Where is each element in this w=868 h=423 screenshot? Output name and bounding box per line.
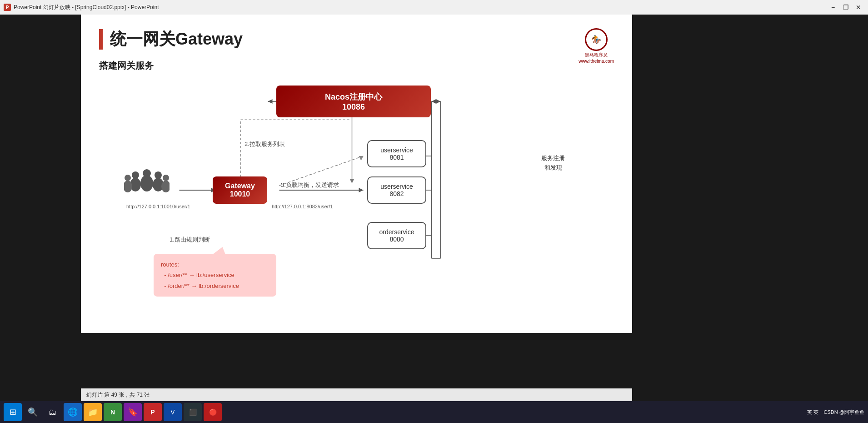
service-reg-label: 服务注册 和发现 xyxy=(449,154,657,173)
logo-area: 🏇 黑马程序员 www.itheima.com xyxy=(579,28,614,64)
slide-container: 统一网关Gateway 🏇 黑马程序员 www.itheima.com 搭建网关… xyxy=(81,15,632,333)
left-panel xyxy=(0,15,81,401)
svg-marker-1 xyxy=(350,179,354,183)
right-panel xyxy=(632,15,868,401)
userservice-8082-box: userservice 8082 xyxy=(367,176,426,204)
vscode-app[interactable]: V xyxy=(164,403,182,421)
search-button[interactable]: 🔍 xyxy=(24,403,42,421)
nacos-box: Nacos注册中心 10086 xyxy=(276,86,431,117)
slide-subtitle: 搭建网关服务 xyxy=(99,60,614,72)
red-bar-accent xyxy=(99,29,103,50)
start-button[interactable]: ⊞ xyxy=(4,403,22,421)
minimize-button[interactable]: − xyxy=(827,1,839,13)
url-right-label: http://127.0.0.1:8082/user/1 xyxy=(272,204,333,209)
svg-marker-5 xyxy=(359,156,364,161)
userservice-8081-box: userservice 8081 xyxy=(367,140,426,167)
gateway-box: Gateway 10010 xyxy=(213,176,267,204)
slide-info: 幻灯片 第 49 张，共 71 张 xyxy=(86,391,150,399)
task-view-button[interactable]: 🗂 xyxy=(44,403,62,421)
window-title: PowerPoint 幻灯片放映 - [SpringCloud02.pptx] … xyxy=(14,4,827,11)
svg-point-26 xyxy=(155,171,162,179)
svg-marker-18 xyxy=(432,99,436,104)
logo-circle: 🏇 xyxy=(585,28,608,51)
svg-marker-11 xyxy=(436,99,441,104)
step3-label: 3.负载均衡，发送请求 xyxy=(281,181,339,189)
note-app[interactable]: N xyxy=(104,403,122,421)
taskbar-lang: 英 英 xyxy=(807,409,818,416)
slide-title: 统一网关Gateway xyxy=(110,28,243,50)
powerpoint-app[interactable]: P xyxy=(144,403,162,421)
routes-box: routes: - /user/** → lb:/userservice - /… xyxy=(154,254,276,297)
svg-point-23 xyxy=(140,175,153,191)
slide: 统一网关Gateway 🏇 黑马程序员 www.itheima.com 搭建网关… xyxy=(81,15,632,333)
svg-point-24 xyxy=(132,171,139,179)
app-icon: P xyxy=(4,4,11,11)
people-icon xyxy=(124,165,170,208)
svg-point-28 xyxy=(125,175,131,181)
close-button[interactable]: ✕ xyxy=(853,1,864,13)
step2-label: 2.拉取服务列表 xyxy=(244,140,285,148)
orderservice-box: orderservice 8080 xyxy=(367,222,426,249)
diagram: Nacos注册中心 10086 Gateway 10010 http://127… xyxy=(99,86,614,322)
taskbar-time: CSDN @阿宇鱼鱼 xyxy=(824,409,864,416)
window-controls: − ❐ ✕ xyxy=(827,1,864,13)
svg-marker-3 xyxy=(359,188,364,192)
slide-header: 统一网关Gateway xyxy=(99,28,614,50)
logo-text: 黑马程序员 www.itheima.com xyxy=(579,52,614,64)
taskbar-right: 英 英 CSDN @阿宇鱼鱼 xyxy=(807,409,864,416)
svg-marker-9 xyxy=(268,99,273,104)
slide-statusbar: 幻灯片 第 49 张，共 71 张 xyxy=(81,388,632,401)
title-bar: P PowerPoint 幻灯片放映 - [SpringCloud02.pptx… xyxy=(0,0,868,15)
redapp[interactable]: 🔴 xyxy=(204,403,222,421)
taskbar: ⊞ 🔍 🗂 🌐 📁 N 🔖 P V ⬛ 🔴 英 英 CSDN @阿宇鱼鱼 xyxy=(0,401,868,423)
svg-point-30 xyxy=(163,175,169,181)
chrome-app[interactable]: 🌐 xyxy=(64,403,82,421)
step1-label: 1.路由规则判断 xyxy=(170,236,210,244)
bookmark-app[interactable]: 🔖 xyxy=(124,403,142,421)
explorer-app[interactable]: 📁 xyxy=(84,403,102,421)
restore-button[interactable]: ❐ xyxy=(840,1,852,13)
terminal-app[interactable]: ⬛ xyxy=(184,403,202,421)
